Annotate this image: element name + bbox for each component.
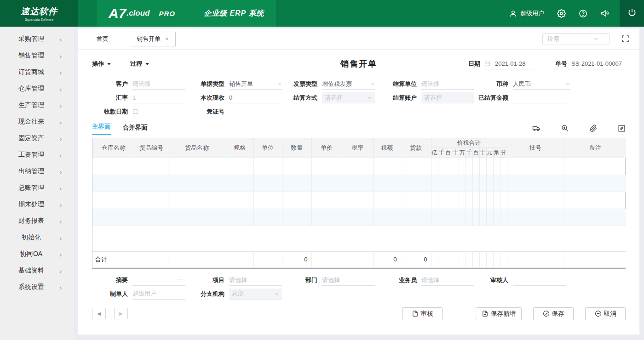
menu-search[interactable] [542,33,610,45]
salesman-input[interactable] [421,277,474,283]
grid-cell[interactable] [311,158,342,175]
grid-cell[interactable] [507,158,564,175]
cancel-button[interactable]: 取消 [585,307,626,320]
settle-account-field[interactable]: 请选择 [421,92,474,103]
attachment-icon[interactable] [589,124,598,132]
sidebar-item-订货商城[interactable]: 订货商城 [0,64,74,80]
grid-cell[interactable] [253,192,282,209]
tab-sales-order[interactable]: 销售开单 × [130,32,176,46]
process-menu-button[interactable]: 过程 [130,60,149,68]
grid-cell[interactable] [564,158,626,175]
prev-record-button[interactable]: ◀ [92,308,106,319]
sidebar-item-总账管理[interactable]: 总账管理 [0,180,74,196]
voucher-no-input[interactable] [229,108,282,115]
grid-cell[interactable] [168,175,226,192]
grid-cell[interactable] [342,192,373,209]
department-input[interactable] [322,277,375,283]
grid-cell[interactable] [282,158,311,175]
grid-cell[interactable] [564,175,626,192]
grid-cell[interactable] [92,209,135,226]
search-input[interactable] [547,35,593,42]
grid-cell[interactable] [253,158,282,175]
department-field[interactable] [322,275,375,286]
grid-cell[interactable] [507,209,564,226]
exchange-rate-input[interactable] [132,94,185,101]
receipt-date-field[interactable] [132,106,185,117]
grid-cell[interactable] [373,175,401,192]
auditor-input[interactable] [513,277,566,283]
grid-cell[interactable] [373,192,401,209]
project-input[interactable] [229,277,282,283]
sidebar-item-工资管理[interactable]: 工资管理 [0,147,74,163]
sidebar-item-基础资料[interactable]: 基础资料 [0,262,74,279]
settings-button[interactable] [557,9,566,18]
settle-unit-field[interactable] [421,79,474,90]
grid-cell[interactable] [135,158,168,175]
auditor-field[interactable] [513,275,566,286]
grid-cell[interactable] [507,175,564,192]
settled-amount-field[interactable] [513,92,566,103]
grid-cell[interactable] [92,158,135,175]
tab-home[interactable]: 首页 [97,35,109,43]
expand-grid-icon[interactable] [618,125,626,132]
doc-type-select[interactable]: 销售开单 [229,79,282,90]
cash-received-input[interactable] [229,94,282,101]
sidebar-item-初始化[interactable]: 初始化 [0,229,74,246]
sidebar-item-协同OA[interactable]: 协同OA [0,246,74,262]
branch-select[interactable]: 总部 [229,289,282,300]
grid-cell[interactable] [342,175,373,192]
grid-cell[interactable] [311,175,342,192]
grid-cell[interactable] [373,209,401,226]
docno-field[interactable]: SS-2021-01-00007 [571,58,626,69]
sidebar-item-系统设置[interactable]: 系统设置 [0,279,74,295]
sidebar-item-生产管理[interactable]: 生产管理 [0,97,74,113]
sidebar-item-期末处理[interactable]: 期末处理 [0,196,74,213]
grid-cell[interactable] [168,158,226,175]
grid-cell[interactable] [311,192,342,209]
sidebar-item-固定资产[interactable]: 固定资产 [0,130,74,147]
grid-cell[interactable] [373,158,401,175]
grid-cell[interactable] [401,158,431,175]
grid-cell[interactable] [564,192,626,209]
exchange-rate-field[interactable] [132,92,185,103]
grid-cell[interactable] [135,175,168,192]
grid-cell[interactable] [226,175,253,192]
summary-field[interactable]: ··· [132,275,185,286]
grid-cell[interactable] [92,175,135,192]
grid-cell[interactable] [282,175,311,192]
grid-cell[interactable] [92,192,135,209]
grid-cell[interactable] [226,158,253,175]
sidebar-item-采购管理[interactable]: 采购管理 [0,31,74,47]
grid-cell[interactable] [168,209,226,226]
settle-unit-input[interactable] [421,80,474,87]
currency-select[interactable]: 人民币 [513,79,570,90]
grid-cell[interactable] [342,209,373,226]
grid-cell[interactable] [342,158,373,175]
voucher-no-field[interactable] [229,106,282,117]
tab-main-view[interactable]: 主界面 [92,123,111,135]
grid-cell[interactable] [401,209,431,226]
tab-merge-view[interactable]: 合并界面 [123,124,148,135]
grid-cell[interactable] [253,209,282,226]
logout-button[interactable] [620,0,644,27]
summary-more-button[interactable]: ··· [177,276,184,282]
settle-method-select[interactable]: 请选择 [322,92,375,103]
date-field[interactable]: 2021-01-28 [484,58,534,69]
price-lookup-icon[interactable] [561,124,569,132]
grid-cell[interactable] [135,192,168,209]
grid-cell[interactable] [253,175,282,192]
grid-cell[interactable] [135,209,168,226]
customer-input[interactable] [132,80,185,87]
sidebar-item-仓库管理[interactable]: 仓库管理 [0,80,74,97]
sidebar-item-销售管理[interactable]: 销售管理 [0,47,74,64]
save-button[interactable]: 保存 [533,307,574,320]
announcement-button[interactable] [600,9,610,18]
project-field[interactable] [229,275,282,286]
current-user[interactable]: 超级用户 [509,9,544,17]
grid-cell[interactable] [168,192,226,209]
salesman-field[interactable] [421,275,474,286]
grid-cell[interactable] [311,209,342,226]
grid-cell[interactable] [226,192,253,209]
receipt-date-input[interactable] [140,108,185,115]
grid-cell[interactable] [226,209,253,226]
